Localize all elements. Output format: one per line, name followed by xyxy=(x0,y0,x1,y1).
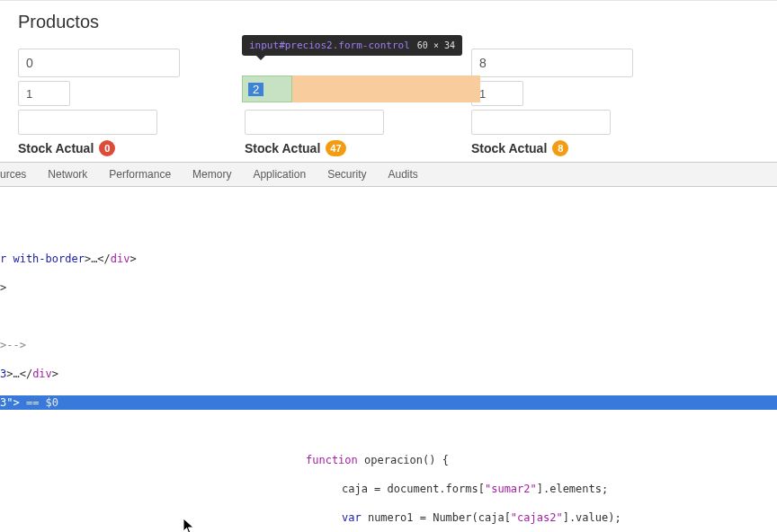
stock-badge-3: 8 xyxy=(552,140,568,156)
stock-badge-2: 47 xyxy=(326,140,345,156)
stock-label-2: Stock Actual xyxy=(245,141,320,155)
top-input-3[interactable]: 8 xyxy=(471,49,633,77)
total-input-1[interactable] xyxy=(18,110,157,135)
element-highlight-content[interactable]: 2 xyxy=(242,75,292,102)
stock-badge-1: 0 xyxy=(99,140,115,156)
total-input-2[interactable] xyxy=(245,110,384,135)
tab-application[interactable]: Application xyxy=(253,168,306,181)
devtools-tabs: urces Network Performance Memory Applica… xyxy=(0,163,777,187)
tooltip-tag: input xyxy=(249,40,279,51)
page-content: Productos 0 1 Stock Actual 0 input#preci… xyxy=(0,1,777,156)
tab-security[interactable]: Security xyxy=(327,168,366,181)
tab-audits[interactable]: Audits xyxy=(388,168,417,181)
devtools-panel: urces Network Performance Memory Applica… xyxy=(0,162,777,532)
stock-label-3: Stock Actual xyxy=(471,141,547,155)
tab-memory[interactable]: Memory xyxy=(192,168,231,181)
stock-label-1: Stock Actual xyxy=(18,141,94,155)
tab-network[interactable]: Network xyxy=(48,168,87,181)
total-input-3[interactable] xyxy=(471,110,611,135)
product-col-2: input#precios2.form-control 60 × 34 2 St… xyxy=(245,49,406,156)
page-title: Productos xyxy=(18,12,759,32)
product-col-1: 0 1 Stock Actual 0 xyxy=(18,49,180,156)
devtools-source[interactable]: r with-border>…</div> > >--> 3>…</div> 3… xyxy=(0,187,777,532)
tooltip-class: .form-control xyxy=(333,40,410,51)
qty-input-2[interactable]: 2 xyxy=(248,83,263,96)
tab-sources-partial[interactable]: urces xyxy=(0,168,26,181)
top-input-1[interactable]: 0 xyxy=(18,49,180,77)
tooltip-dims: 60 × 34 xyxy=(417,40,455,50)
element-highlight: 2 xyxy=(242,75,480,102)
qty-input-1[interactable]: 1 xyxy=(18,81,70,106)
tab-performance[interactable]: Performance xyxy=(109,168,171,181)
product-columns: 0 1 Stock Actual 0 input#precios2.form-c… xyxy=(18,49,759,156)
tooltip-id: #precios2 xyxy=(279,40,333,51)
product-col-3: 8 1 Stock Actual 8 xyxy=(471,49,633,156)
inspector-tooltip: input#precios2.form-control 60 × 34 xyxy=(242,35,462,56)
